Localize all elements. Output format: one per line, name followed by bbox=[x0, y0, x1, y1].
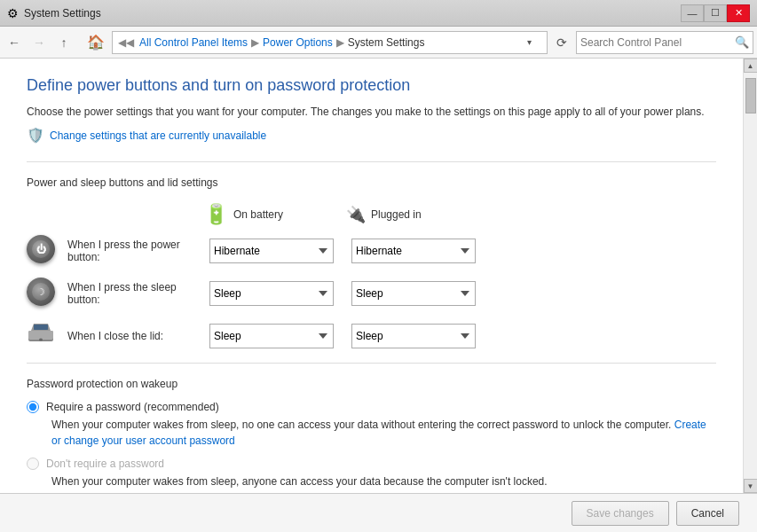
plugged-column-header: 🔌 Plugged in bbox=[346, 203, 470, 226]
no-password-label[interactable]: Don't require a password bbox=[27, 458, 716, 470]
password-section-header: Password protection on wakeup bbox=[27, 378, 716, 390]
sleep-symbol: ☽ bbox=[36, 286, 45, 298]
lid-label: When I close the lid: bbox=[67, 330, 209, 342]
require-password-radio[interactable] bbox=[27, 401, 39, 413]
require-password-label[interactable]: Require a password (recommended) bbox=[27, 401, 716, 413]
title-bar-controls: — ☐ ✕ bbox=[681, 4, 750, 22]
up-button[interactable]: ↑ bbox=[53, 32, 75, 53]
svg-point-4 bbox=[39, 339, 43, 341]
minimize-button[interactable]: — bbox=[681, 4, 704, 22]
sleep-button-plugged-select[interactable]: Do nothing Sleep Hibernate Shut down bbox=[351, 281, 476, 306]
breadcrumb-sep-left: ◀◀ bbox=[118, 36, 134, 49]
page-description: Choose the power settings that you want … bbox=[27, 104, 716, 120]
main-area: Define power buttons and turn on passwor… bbox=[0, 59, 757, 493]
no-password-option: Don't require a password When your compu… bbox=[27, 458, 716, 489]
lid-battery-select[interactable]: Do nothing Sleep Hibernate Shut down bbox=[209, 324, 334, 348]
scrollbar[interactable]: ▲ ▼ bbox=[743, 59, 757, 493]
change-settings-link[interactable]: Change settings that are currently unava… bbox=[50, 129, 266, 142]
svg-rect-3 bbox=[34, 325, 48, 330]
battery-icon: 🔋 bbox=[204, 203, 228, 226]
breadcrumb-dropdown-icon[interactable]: ▾ bbox=[527, 37, 541, 47]
require-password-option: Require a password (recommended) When yo… bbox=[27, 401, 716, 449]
breadcrumb-arrow-1: ▶ bbox=[251, 36, 259, 49]
battery-label: On battery bbox=[233, 208, 283, 221]
require-password-desc-text: When your computer wakes from sleep, no … bbox=[51, 419, 671, 431]
sleep-button-icon: ☽ bbox=[27, 278, 59, 309]
power-button-icon: ⏻ bbox=[27, 235, 59, 267]
no-password-text: Don't require a password bbox=[46, 458, 164, 470]
power-button-plugged-select[interactable]: Do nothing Sleep Hibernate Shut down bbox=[351, 239, 476, 263]
forward-button[interactable]: → bbox=[28, 32, 50, 53]
sleep-button-row: ☽ When I press the sleep button: Do noth… bbox=[27, 278, 716, 309]
lid-selects: Do nothing Sleep Hibernate Shut down Do … bbox=[209, 324, 476, 348]
plugged-label: Plugged in bbox=[371, 208, 422, 221]
no-password-desc-text: When your computer wakes from sleep, any… bbox=[51, 475, 548, 488]
search-icon[interactable]: 🔍 bbox=[735, 35, 749, 49]
scroll-track[interactable] bbox=[744, 73, 757, 479]
sleep-button-battery-select[interactable]: Do nothing Sleep Hibernate Shut down bbox=[209, 281, 334, 306]
battery-column-header: 🔋 On battery bbox=[204, 203, 328, 226]
maximize-button[interactable]: ☐ bbox=[704, 4, 727, 22]
divider-1 bbox=[27, 161, 716, 162]
lid-icon bbox=[27, 320, 59, 352]
lid-row: When I close the lid: Do nothing Sleep H… bbox=[27, 320, 716, 352]
breadcrumb-all-items[interactable]: All Control Panel Items bbox=[139, 36, 248, 49]
sleep-button-label: When I press the sleep button: bbox=[67, 281, 209, 306]
scroll-down-arrow[interactable]: ▼ bbox=[744, 479, 758, 493]
no-password-radio[interactable] bbox=[27, 458, 39, 470]
bottom-bar: Save changes Cancel bbox=[0, 493, 757, 532]
scroll-thumb[interactable] bbox=[745, 78, 756, 113]
power-button-label: When I press the power button: bbox=[67, 239, 209, 263]
require-password-desc: When your computer wakes from sleep, no … bbox=[51, 417, 716, 449]
breadcrumb-power-options[interactable]: Power Options bbox=[263, 36, 333, 49]
title-bar: ⚙ System Settings — ☐ ✕ bbox=[0, 0, 757, 27]
breadcrumb-arrow-2: ▶ bbox=[336, 36, 344, 49]
scroll-up-arrow[interactable]: ▲ bbox=[744, 59, 758, 73]
title-bar-left: ⚙ System Settings bbox=[7, 6, 101, 20]
no-password-desc: When your computer wakes from sleep, any… bbox=[51, 473, 716, 489]
window-title: System Settings bbox=[24, 7, 101, 20]
breadcrumb-bar: ◀◀ All Control Panel Items ▶ Power Optio… bbox=[112, 31, 548, 54]
divider-2 bbox=[27, 363, 716, 364]
power-button-selects: Do nothing Sleep Hibernate Shut down Do … bbox=[209, 239, 476, 263]
address-bar: ← → ↑ 🏠 ◀◀ All Control Panel Items ▶ Pow… bbox=[0, 27, 757, 59]
refresh-button[interactable]: ⟳ bbox=[551, 32, 572, 53]
power-table-header: 🔋 On battery 🔌 Plugged in bbox=[27, 203, 716, 226]
power-symbol: ⏻ bbox=[36, 244, 46, 254]
app-icon: ⚙ bbox=[7, 6, 19, 20]
require-password-text: Require a password (recommended) bbox=[46, 401, 219, 413]
password-section: Password protection on wakeup Require a … bbox=[27, 378, 716, 489]
cancel-button[interactable]: Cancel bbox=[676, 501, 739, 526]
content-area: Define power buttons and turn on passwor… bbox=[0, 59, 743, 493]
breadcrumb-home-icon: 🏠 bbox=[87, 34, 105, 51]
search-input[interactable] bbox=[580, 36, 735, 49]
power-button-row: ⏻ When I press the power button: Do noth… bbox=[27, 235, 716, 267]
sleep-button-selects: Do nothing Sleep Hibernate Shut down Do … bbox=[209, 281, 476, 306]
lid-plugged-select[interactable]: Do nothing Sleep Hibernate Shut down bbox=[351, 324, 476, 348]
page-title: Define power buttons and turn on passwor… bbox=[27, 76, 716, 95]
breadcrumb-current: System Settings bbox=[348, 36, 425, 49]
power-section-header: Power and sleep buttons and lid settings bbox=[27, 176, 716, 189]
search-box: 🔍 bbox=[576, 31, 753, 54]
shield-icon: 🛡️ bbox=[27, 127, 44, 144]
plug-icon: 🔌 bbox=[346, 205, 366, 224]
settings-link-row: 🛡️ Change settings that are currently un… bbox=[27, 127, 716, 144]
back-button[interactable]: ← bbox=[4, 32, 25, 53]
close-button[interactable]: ✕ bbox=[727, 4, 750, 22]
power-button-battery-select[interactable]: Do nothing Sleep Hibernate Shut down bbox=[209, 239, 334, 263]
save-changes-button[interactable]: Save changes bbox=[572, 501, 669, 526]
